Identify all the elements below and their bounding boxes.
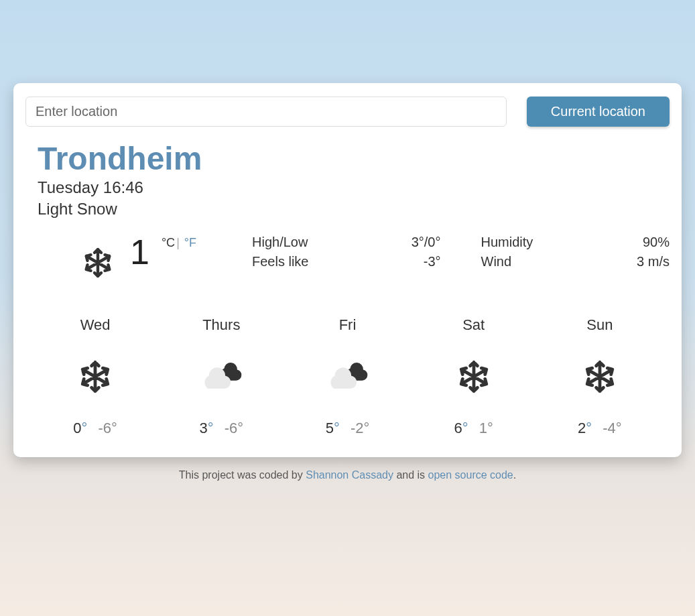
forecast-day-name: Thurs [202,316,240,334]
label-humidity: Humidity [481,235,533,250]
forecast-low: -6° [99,420,117,436]
label-feelslike: Feels like [252,254,308,269]
forecast-low: -6° [225,420,243,436]
snowflake-icon [78,243,118,283]
forecast-day: Thurs 3° -6° [165,316,278,437]
label-wind: Wind [481,254,533,269]
cloud-icon [194,357,248,397]
temperature-units: °C| °F [162,236,196,250]
forecast-low: -2° [351,420,369,436]
datetime: Tuesday 16:46 [38,178,670,197]
snowflake-icon [573,357,627,397]
location-name: Trondheim [38,140,670,177]
temperature-block: 1 °C| °F [38,235,239,283]
forecast-day-name: Wed [80,316,111,334]
unit-separator: | [176,236,180,249]
label-highlow: High/Low [252,235,308,250]
forecast-row: Wed 0° -6° Thurs 3° -6° Fri [25,316,670,437]
footer-mid: and is [393,469,428,481]
forecast-temps: 5° -2° [326,420,370,437]
stat-highlow-feels: High/Low Feels like 3°/0° -3° [252,235,441,283]
forecast-high: 0° [73,420,87,436]
snowflake-icon [68,357,122,397]
forecast-temps: 0° -6° [73,420,117,437]
forecast-temps: 2° -4° [578,420,622,437]
forecast-temps: 6° 1° [454,420,493,437]
footer-suffix: . [513,469,516,481]
forecast-high: 5° [326,420,340,436]
forecast-day-name: Fri [339,316,357,334]
weather-card: Current location Trondheim Tuesday 16:46… [13,83,682,457]
current-location-button[interactable]: Current location [527,97,670,127]
location-input[interactable] [25,97,507,127]
footer-prefix: This project was coded by [179,469,306,481]
snowflake-icon [447,357,501,397]
forecast-low: 1° [479,420,493,436]
forecast-high: 6° [454,420,468,436]
cloud-icon [320,357,374,397]
forecast-low: -4° [603,420,621,436]
forecast-day: Sat 6° 1° [417,316,530,437]
value-wind: 3 m/s [637,254,670,269]
forecast-day: Wed 0° -6° [38,316,151,437]
current-weather-row: 1 °C| °F High/Low Feels like 3°/0° -3° H… [38,235,670,283]
value-feelslike: -3° [412,254,441,269]
forecast-day: Fri 5° -2° [291,316,404,437]
search-row: Current location [25,97,670,127]
value-highlow: 3°/0° [412,235,441,250]
footer: This project was coded by Shannon Cassad… [13,469,682,481]
temperature-value: 1 [130,235,149,269]
source-link[interactable]: open source code [428,469,513,481]
stats-group: High/Low Feels like 3°/0° -3° Humidity W… [252,235,670,283]
value-humidity: 90% [637,235,670,250]
unit-fahrenheit[interactable]: °F [184,236,196,249]
forecast-high: 2° [578,420,592,436]
forecast-day-name: Sun [586,316,613,334]
forecast-high: 3° [200,420,214,436]
stat-humidity-wind: Humidity Wind 90% 3 m/s [481,235,670,283]
forecast-day-name: Sat [462,316,485,334]
author-link[interactable]: Shannon Cassady [306,469,393,481]
unit-celsius[interactable]: °C [162,236,175,249]
forecast-day: Sun 2° -4° [543,316,656,437]
forecast-temps: 3° -6° [200,420,244,437]
condition: Light Snow [38,200,670,219]
